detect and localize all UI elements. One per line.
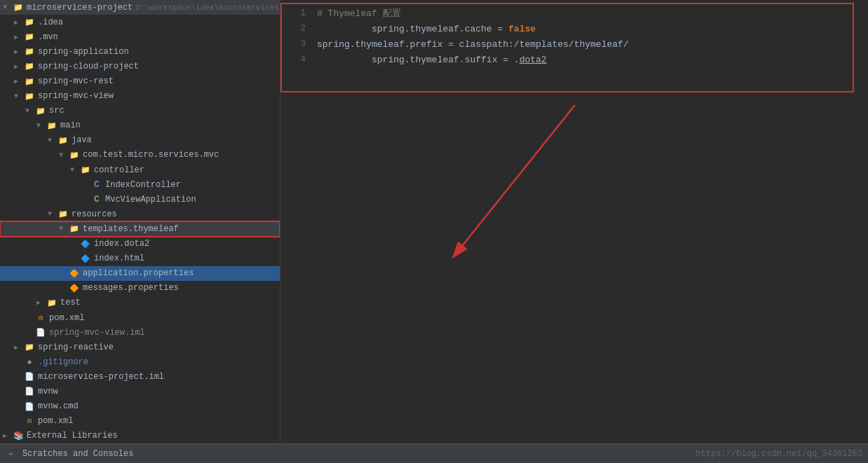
line-number: 1 xyxy=(286,8,306,18)
tree-item-spring-mvc-view-iml[interactable]: 📄 spring-mvc-view.iml xyxy=(0,325,280,340)
folder-icon: 📁 xyxy=(24,61,35,72)
folder-icon: 📁 xyxy=(57,134,69,146)
line-number: 4 xyxy=(286,55,306,64)
arrow-icon xyxy=(14,92,22,100)
item-label: MvcViewApplication xyxy=(105,195,196,205)
folder-icon: 📁 xyxy=(24,32,35,43)
tree-item-mvnw[interactable]: 📄 mvnw xyxy=(0,384,280,399)
ext-libs-icon: 📚 xyxy=(13,430,24,441)
tree-item-src[interactable]: 📁 src xyxy=(0,104,280,118)
bottom-left: ✏ Scratches and Consoles xyxy=(6,448,133,459)
item-label: application.properties xyxy=(83,268,194,278)
tree-item-templates-thymeleaf[interactable]: 📁 templates.thymeleaf xyxy=(0,221,280,236)
xml-file-icon: m xyxy=(35,312,46,324)
properties-file-icon: 🔶 xyxy=(69,282,80,293)
item-label: index.dota2 xyxy=(94,239,149,249)
tree-item-external-libraries[interactable]: 📚 External Libraries xyxy=(0,429,280,443)
tree-item-com-test[interactable]: 📁 com.test.micro.services.mvc xyxy=(0,148,280,163)
tree-item-microservices-iml[interactable]: 📄 microservices-project.iml xyxy=(0,369,280,384)
tree-item-spring-application[interactable]: 📁 spring-application xyxy=(0,44,280,59)
arrow-icon xyxy=(36,122,45,130)
code-line-4: 4 spring.thymeleaf.suffix = .dota2 xyxy=(280,52,868,67)
folder-icon: 📁 xyxy=(57,209,69,220)
tree-item-index-controller[interactable]: C IndexController xyxy=(0,177,280,192)
tree-item-pom-xml[interactable]: m pom.xml xyxy=(0,310,280,325)
line-content: spring.thymeleaf.suffix = .dota2 xyxy=(317,44,547,76)
folder-icon: 📁 xyxy=(80,165,91,176)
item-label: mvnw.cmd xyxy=(38,401,79,411)
item-label: main xyxy=(60,120,81,130)
item-label: .idea xyxy=(38,18,63,27)
html-file-icon: 🔷 xyxy=(80,253,91,264)
folder-icon: 📁 xyxy=(24,76,35,87)
mvn-file-icon: 📄 xyxy=(24,386,35,397)
folder-icon: 📁 xyxy=(24,17,35,28)
tree-item-main[interactable]: 📁 main xyxy=(0,118,280,133)
tree-item-messages-properties[interactable]: 🔶 messages.properties xyxy=(0,281,280,296)
tree-item-mvcview-application[interactable]: C MvcViewApplication xyxy=(0,192,280,207)
arrow-annotation xyxy=(323,91,617,287)
sidebar: 📁 microservices-project D:\workspace\ide… xyxy=(0,0,280,443)
code-token-prefix: spring.thymeleaf.suffix = . xyxy=(372,55,520,65)
folder-icon: 📁 xyxy=(46,297,57,308)
arrow-icon xyxy=(14,62,22,71)
tree-item-test[interactable]: 📁 test xyxy=(0,296,280,310)
item-label: .gitignore xyxy=(38,357,88,367)
arrow-icon xyxy=(14,343,22,352)
tree-item-spring-reactive[interactable]: 📁 spring-reactive xyxy=(0,340,280,354)
tree-item-spring-mvc-view[interactable]: 📁 spring-mvc-view xyxy=(0,89,280,104)
folder-icon: 📁 xyxy=(13,2,24,13)
folder-icon: 📁 xyxy=(24,90,35,102)
item-label: messages.properties xyxy=(83,283,179,293)
item-label: controller xyxy=(94,165,144,175)
tree-item-spring-mvc-rest[interactable]: 📁 spring-mvc-rest xyxy=(0,74,280,88)
tree-item-controller[interactable]: 📁 controller xyxy=(0,163,280,177)
item-label: resources xyxy=(72,209,117,219)
item-label: test xyxy=(60,298,81,307)
arrow-icon xyxy=(70,166,79,174)
tree-item-pom-xml-root[interactable]: m pom.xml xyxy=(0,414,280,429)
item-label: spring-mvc-view xyxy=(38,91,114,101)
tree-item-resources[interactable]: 📁 resources xyxy=(0,207,280,221)
dota2-file-icon: 🔷 xyxy=(80,238,91,249)
tree-item-mvn[interactable]: 📁 .mvn xyxy=(0,29,280,44)
mvn-cmd-file-icon: 📄 xyxy=(24,401,35,412)
tree-item-spring-cloud-project[interactable]: 📁 spring-cloud-project xyxy=(0,59,280,74)
code-token-key: spring.thymeleaf.cache = xyxy=(372,24,508,34)
editor-area: 1 # Thymeleaf 配置 2 spring.thymeleaf.cach… xyxy=(280,0,868,443)
tree-item-mvnw-cmd[interactable]: 📄 mvnw.cmd xyxy=(0,399,280,414)
item-label: templates.thymeleaf xyxy=(83,224,179,234)
class-spring-icon: C xyxy=(91,194,102,205)
item-label: IndexController xyxy=(105,180,181,190)
tree-item-gitignore[interactable]: ◆ .gitignore xyxy=(0,354,280,369)
tree-item-index-html[interactable]: 🔷 index.html xyxy=(0,251,280,266)
item-path: D:\workspace\idea\microservices-pr xyxy=(135,4,280,12)
xml-root-file-icon: m xyxy=(24,415,35,427)
folder-icon: 📁 xyxy=(69,223,80,235)
item-label: spring-mvc-rest xyxy=(38,76,114,86)
item-label: pom.xml xyxy=(38,416,73,426)
iml-file-icon: 📄 xyxy=(24,371,35,382)
folder-icon: 📁 xyxy=(35,105,46,116)
tree-item-index-dota2[interactable]: 🔷 index.dota2 xyxy=(0,237,280,251)
editor-content[interactable]: 1 # Thymeleaf 配置 2 spring.thymeleaf.cach… xyxy=(280,0,868,443)
line-number: 3 xyxy=(286,39,306,49)
arrow-icon xyxy=(14,18,22,27)
item-label: spring-mvc-view.iml xyxy=(49,328,145,338)
item-label: spring-cloud-project xyxy=(38,62,139,71)
tree-item-java[interactable]: 📁 java xyxy=(0,133,280,148)
tree-item-idea[interactable]: 📁 .idea xyxy=(0,15,280,29)
bottom-url: https://blog.csdn.net/qq_34361283 xyxy=(696,449,862,459)
gitignore-icon: ◆ xyxy=(24,357,35,368)
arrow-icon xyxy=(48,137,56,144)
item-label: index.html xyxy=(94,254,144,263)
arrow-icon xyxy=(48,210,56,218)
tree-item-microservices-project[interactable]: 📁 microservices-project D:\workspace\ide… xyxy=(0,0,280,15)
arrow-icon xyxy=(14,33,22,41)
scratches-label[interactable]: Scratches and Consoles xyxy=(22,449,133,459)
item-label: spring-application xyxy=(38,47,129,57)
arrow-icon xyxy=(3,4,11,11)
class-icon: C xyxy=(91,179,102,191)
tree-item-application-properties[interactable]: 🔶 application.properties xyxy=(0,266,280,281)
folder-icon: 📁 xyxy=(46,120,57,131)
